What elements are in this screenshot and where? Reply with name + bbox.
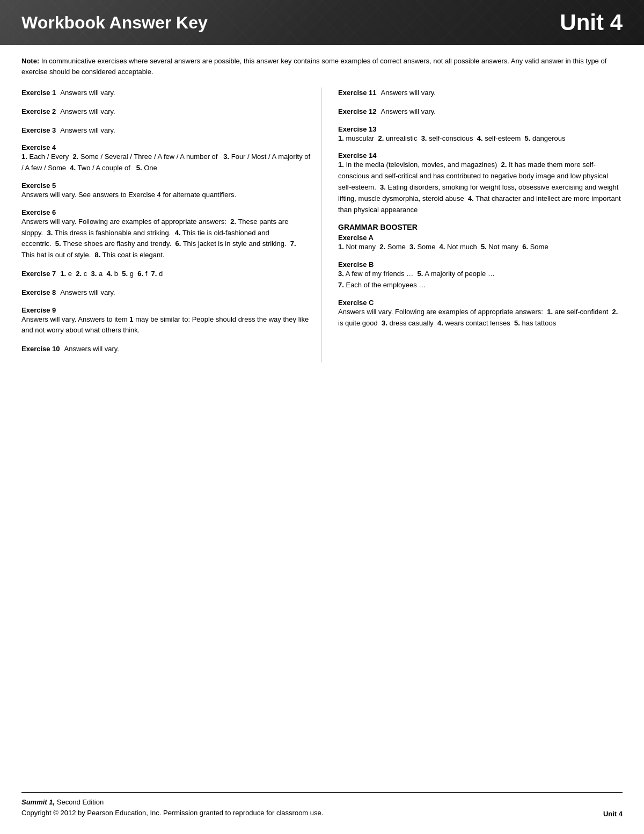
note-label: Note: (21, 57, 39, 65)
footer-book-info: Summit 1, Second Edition (21, 797, 323, 808)
exercise-4-content: 1. Each / Every 2. Some / Several / Thre… (21, 151, 311, 174)
grammar-booster-section: GRAMMAR BOOSTER Exercise A 1. Not many 2… (338, 223, 623, 329)
exercise-7: Exercise 7 1. e 2. c 3. a 4. b 5. g 6. f… (21, 269, 311, 280)
exercise-12-title: Exercise 12 (338, 107, 377, 115)
exercise-c: Exercise C Answers will vary. Following … (338, 299, 623, 329)
exercise-8-content: Answers will vary. (60, 287, 115, 299)
header-title: Workbook Answer Key (21, 13, 208, 33)
exercise-1: Exercise 1 Answers will vary. (21, 88, 311, 99)
exercise-3-row: Exercise 3 Answers will vary. (21, 125, 311, 136)
exercise-11-title: Exercise 11 (338, 89, 377, 97)
exercise-14-title: Exercise 14 (338, 151, 623, 159)
header: Workbook Answer Key Unit 4 (0, 0, 644, 45)
exercise-12-content: Answers will vary. (381, 106, 436, 118)
exercise-9-title: Exercise 9 (21, 306, 311, 314)
exercise-a-content: 1. Not many 2. Some 3. Some 4. Not much … (338, 242, 623, 253)
exercise-2: Exercise 2 Answers will vary. (21, 106, 311, 118)
exercise-6-title: Exercise 6 (21, 208, 311, 216)
footer-edition: Second Edition (55, 798, 104, 806)
exercise-14: Exercise 14 1. In the media (television,… (338, 151, 623, 215)
exercise-12-row: Exercise 12 Answers will vary. (338, 106, 623, 118)
footer-book-title: Summit 1, (21, 798, 55, 806)
footer-copyright: Copyright © 2012 by Pearson Education, I… (21, 808, 323, 818)
exercise-2-row: Exercise 2 Answers will vary. (21, 106, 311, 118)
exercise-b: Exercise B 3. A few of my friends … 5. A… (338, 260, 623, 291)
two-column-layout: Exercise 1 Answers will vary. Exercise 2… (21, 88, 623, 362)
exercise-7-title: Exercise 7 (21, 270, 56, 278)
exercise-14-content: 1. In the media (television, movies, and… (338, 159, 623, 215)
exercise-6: Exercise 6 Answers will vary. Following … (21, 208, 311, 261)
exercise-8: Exercise 8 Answers will vary. (21, 287, 311, 299)
exercise-5-title: Exercise 5 (21, 182, 311, 190)
exercise-a-title: Exercise A (338, 234, 623, 242)
exercise-5-content: Answers will vary. See answers to Exerci… (21, 190, 311, 201)
grammar-booster-title: GRAMMAR BOOSTER (338, 223, 623, 231)
exercise-4: Exercise 4 1. Each / Every 2. Some / Sev… (21, 143, 311, 174)
exercise-5: Exercise 5 Answers will vary. See answer… (21, 182, 311, 201)
exercise-9: Exercise 9 Answers will vary. Answers to… (21, 306, 311, 337)
exercise-13-title: Exercise 13 (338, 125, 623, 133)
exercise-c-content: Answers will vary. Following are example… (338, 307, 623, 329)
exercise-10-title: Exercise 10 (21, 345, 60, 353)
exercise-11-content: Answers will vary. (381, 88, 436, 99)
exercise-1-title: Exercise 1 (21, 89, 56, 97)
right-column: Exercise 11 Answers will vary. Exercise … (322, 88, 623, 362)
exercise-7-row: Exercise 7 1. e 2. c 3. a 4. b 5. g 6. f… (21, 269, 311, 280)
exercise-3-title: Exercise 3 (21, 126, 56, 134)
exercise-10-content: Answers will vary. (64, 344, 119, 355)
content-area: Note: In communicative exercises where s… (0, 45, 644, 384)
footer: Summit 1, Second Edition Copyright © 201… (21, 792, 623, 818)
header-unit: Unit 4 (560, 10, 623, 35)
exercise-3-content: Answers will vary. (60, 125, 115, 136)
exercise-13: Exercise 13 1. muscular 2. unrealistic 3… (338, 125, 623, 144)
exercise-12: Exercise 12 Answers will vary. (338, 106, 623, 118)
footer-left: Summit 1, Second Edition Copyright © 201… (21, 797, 323, 818)
exercise-c-title: Exercise C (338, 299, 623, 307)
exercise-11-row: Exercise 11 Answers will vary. (338, 88, 623, 99)
exercise-b-title: Exercise B (338, 260, 623, 269)
note-section: Note: In communicative exercises where s… (21, 56, 623, 77)
exercise-10-row: Exercise 10 Answers will vary. (21, 344, 311, 355)
exercise-9-content: Answers will vary. Answers to item 1 may… (21, 314, 311, 337)
page-wrapper: Workbook Answer Key Unit 4 Note: In comm… (0, 0, 644, 834)
exercise-11: Exercise 11 Answers will vary. (338, 88, 623, 99)
exercise-1-content: Answers will vary. (60, 88, 115, 99)
exercise-7-content: 1. e 2. c 3. a 4. b 5. g 6. f 7. d (60, 269, 163, 280)
exercise-2-title: Exercise 2 (21, 107, 56, 115)
note-text: In communicative exercises where several… (21, 57, 606, 76)
exercise-10: Exercise 10 Answers will vary. (21, 344, 311, 355)
footer-unit: Unit 4 (603, 810, 623, 818)
exercise-4-title: Exercise 4 (21, 143, 311, 151)
exercise-13-content: 1. muscular 2. unrealistic 3. self-consc… (338, 133, 623, 144)
exercise-a: Exercise A 1. Not many 2. Some 3. Some 4… (338, 234, 623, 253)
exercise-6-content: Answers will vary. Following are example… (21, 216, 311, 261)
exercise-1-row: Exercise 1 Answers will vary. (21, 88, 311, 99)
exercise-8-row: Exercise 8 Answers will vary. (21, 287, 311, 299)
exercise-8-title: Exercise 8 (21, 288, 56, 296)
exercise-b-content: 3. A few of my friends … 5. A majority o… (338, 269, 623, 291)
left-column: Exercise 1 Answers will vary. Exercise 2… (21, 88, 322, 362)
exercise-2-content: Answers will vary. (60, 106, 115, 118)
exercise-3: Exercise 3 Answers will vary. (21, 125, 311, 136)
